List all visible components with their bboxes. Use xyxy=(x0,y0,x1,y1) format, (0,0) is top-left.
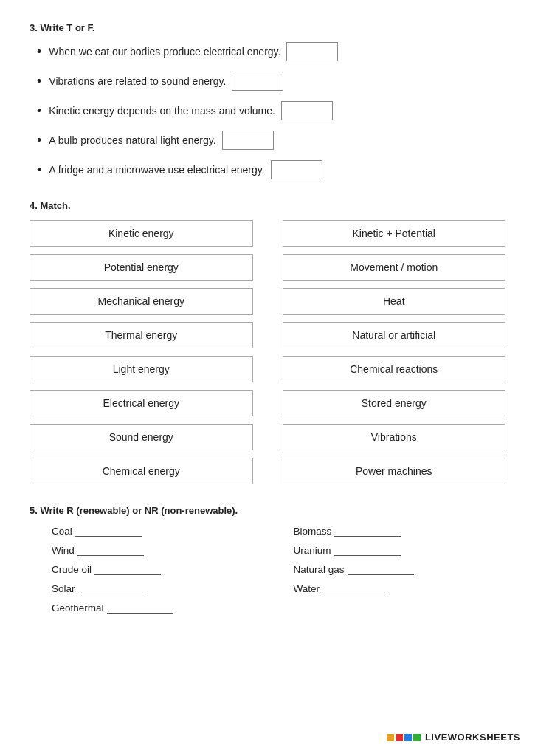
branding: LIVEWORKSHEETS xyxy=(387,732,520,743)
section3-title: 3. Write T or F. xyxy=(30,22,505,33)
item-text: When we eat our bodies produce electrica… xyxy=(49,46,280,58)
item-label: Biomass xyxy=(294,526,332,537)
renewable-answer[interactable] xyxy=(334,525,401,537)
item-label: Crude oil xyxy=(52,564,92,575)
match-left-item[interactable]: Thermal energy xyxy=(30,322,253,348)
item-label: Uranium xyxy=(294,545,331,556)
match-left-item[interactable]: Mechanical energy xyxy=(30,288,253,315)
section4: 4. Match. Kinetic energy Potential energ… xyxy=(30,200,505,484)
item-text: A fridge and a microwave use electrical … xyxy=(49,164,264,176)
match-right-item[interactable]: Natural or artificial xyxy=(283,322,506,348)
renewable-answer[interactable] xyxy=(78,583,145,594)
list-item: A bulb produces natural light energy. xyxy=(37,131,505,150)
renewable-item: Geothermal xyxy=(52,602,264,614)
branding-label: LIVEWORKSHEETS xyxy=(425,732,520,743)
item-label: Solar xyxy=(52,583,75,594)
renewable-item: Natural gas xyxy=(294,563,506,575)
renewable-grid: Coal Biomass Wind Uranium Crude oil Natu… xyxy=(30,525,505,614)
answer-input-3[interactable] xyxy=(222,131,274,150)
match-right-item[interactable]: Heat xyxy=(283,288,506,315)
section3: 3. Write T or F. When we eat our bodies … xyxy=(30,22,505,179)
answer-input-0[interactable] xyxy=(286,42,338,61)
list-item: When we eat our bodies produce electrica… xyxy=(37,42,505,61)
section5: 5. Write R (renewable) or NR (non-renewa… xyxy=(30,505,505,614)
renewable-answer[interactable] xyxy=(107,602,173,614)
list-item: Vibrations are related to sound energy. xyxy=(37,72,505,91)
match-right-item[interactable]: Power machines xyxy=(283,458,506,484)
answer-input-1[interactable] xyxy=(232,72,283,91)
match-right-item[interactable]: Stored energy xyxy=(283,390,506,416)
match-container: Kinetic energy Potential energy Mechanic… xyxy=(30,220,505,484)
renewable-answer[interactable] xyxy=(348,563,414,575)
match-left-item[interactable]: Potential energy xyxy=(30,254,253,281)
renewable-item: Water xyxy=(294,583,506,594)
match-left-item[interactable]: Light energy xyxy=(30,356,253,382)
section4-title: 4. Match. xyxy=(30,200,505,211)
branding-logo-icon xyxy=(387,734,421,741)
logo-square-red xyxy=(396,734,403,741)
renewable-item: Crude oil xyxy=(52,563,264,575)
match-left-item[interactable]: Electrical energy xyxy=(30,390,253,416)
item-text: Vibrations are related to sound energy. xyxy=(49,75,226,87)
renewable-answer[interactable] xyxy=(77,544,144,556)
match-left-item[interactable]: Kinetic energy xyxy=(30,220,253,247)
renewable-item: Coal xyxy=(52,525,264,537)
match-right-item[interactable]: Vibrations xyxy=(283,424,506,450)
match-left-item[interactable]: Chemical energy xyxy=(30,458,253,484)
renewable-item: Biomass xyxy=(294,525,506,537)
renewable-answer[interactable] xyxy=(322,583,389,594)
answer-input-4[interactable] xyxy=(271,160,322,179)
item-label: Geothermal xyxy=(52,602,104,614)
renewable-item: Wind xyxy=(52,544,264,556)
logo-square-green xyxy=(413,734,421,741)
answer-input-2[interactable] xyxy=(281,101,333,120)
list-item: Kinetic energy depends on the mass and v… xyxy=(37,101,505,120)
item-label: Water xyxy=(294,583,320,594)
list-item: A fridge and a microwave use electrical … xyxy=(37,160,505,179)
match-left-item[interactable]: Sound energy xyxy=(30,424,253,450)
renewable-item: Solar xyxy=(52,583,264,594)
item-text: Kinetic energy depends on the mass and v… xyxy=(49,105,275,117)
renewable-answer[interactable] xyxy=(94,563,161,575)
section5-title: 5. Write R (renewable) or NR (non-renewa… xyxy=(30,505,505,516)
match-right-item[interactable]: Chemical reactions xyxy=(283,356,506,382)
logo-square-blue xyxy=(404,734,412,741)
renewable-item: Uranium xyxy=(294,544,506,556)
match-right-col: Kinetic + Potential Movement / motion He… xyxy=(283,220,506,484)
renewable-answer[interactable] xyxy=(75,525,142,537)
match-right-item[interactable]: Movement / motion xyxy=(283,254,506,281)
renewable-answer[interactable] xyxy=(334,544,401,556)
item-text: A bulb produces natural light energy. xyxy=(49,134,215,146)
item-label: Coal xyxy=(52,526,72,537)
match-right-item[interactable]: Kinetic + Potential xyxy=(283,220,506,247)
item-label: Wind xyxy=(52,545,75,556)
item-label: Natural gas xyxy=(294,564,345,575)
match-left-col: Kinetic energy Potential energy Mechanic… xyxy=(30,220,253,484)
section3-list: When we eat our bodies produce electrica… xyxy=(30,42,505,179)
logo-square-orange xyxy=(387,734,394,741)
